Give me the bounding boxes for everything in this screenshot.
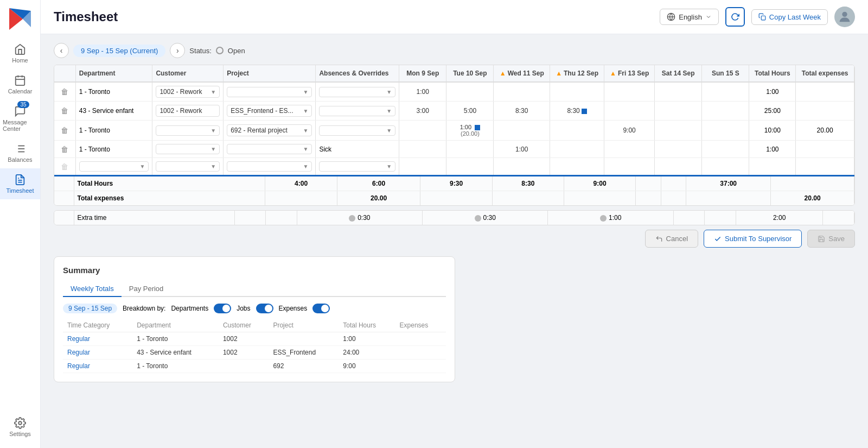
row3-delete-button[interactable]: 🗑 (61, 126, 68, 135)
copy-last-week-button[interactable]: Copy Last Week (751, 9, 828, 25)
row3-tue: 1:00 (20.00) (446, 121, 494, 141)
svg-point-15 (18, 421, 22, 425)
total-exp-fri (564, 191, 635, 206)
row4-total-hours: 1:00 (749, 141, 796, 158)
chevron-down-icon: ▼ (303, 146, 309, 152)
sidebar-item-messages[interactable]: 35 Message Center (0, 100, 40, 137)
table-row: 🗑 43 - Service enfant 1002 - Rework ESS_… (54, 102, 854, 121)
empty-delete-button[interactable]: 🗑 (61, 162, 68, 171)
row4-wed[interactable]: 1:00 (494, 141, 550, 158)
topbar-right: English Copy Last Week (660, 7, 855, 27)
row2-sat (655, 102, 702, 121)
warning-icon-wed: ▲ (500, 70, 506, 77)
row2-tue[interactable]: 5:00 (446, 102, 494, 121)
summary-col-expenses: Expenses (395, 319, 446, 332)
row3-project: 692 - Rental project▼ (224, 121, 316, 141)
current-week-label[interactable]: 9 Sep - 15 Sep (Current) (73, 45, 165, 57)
row3-absences-select[interactable]: ▼ (319, 125, 395, 136)
jobs-toggle[interactable] (256, 304, 273, 313)
breakdown-label: Breakdown by: (123, 305, 165, 312)
row2-mon[interactable]: 3:00 (399, 102, 446, 121)
row2-project-select[interactable]: ESS_Frontend - ES...▼ (227, 105, 312, 117)
filter-expenses-label: Expenses (279, 305, 308, 312)
next-week-button[interactable]: › (170, 43, 185, 58)
status-dot-icon (216, 47, 224, 54)
empty-wed (494, 158, 550, 175)
col-header-fri: ▲Fri 13 Sep (604, 65, 655, 82)
blue-square-indicator (582, 109, 587, 114)
row1-delete-button[interactable]: 🗑 (61, 87, 68, 96)
row2-thu: 8:30 (550, 102, 604, 121)
row3-customer-select[interactable]: ▼ (156, 125, 220, 136)
row2-delete-button[interactable]: 🗑 (61, 106, 68, 115)
chevron-down-icon (705, 14, 712, 20)
row1-project-select[interactable]: ▼ (227, 87, 312, 97)
row4-delete-button[interactable]: 🗑 (61, 145, 68, 154)
row3-mon (399, 121, 446, 141)
row2-customer-select[interactable]: 1002 - Rework (156, 105, 220, 117)
user-avatar[interactable] (834, 7, 855, 27)
summary-row3-hours: 9:00 (339, 359, 395, 373)
row4-project-select[interactable]: ▼ (227, 144, 312, 154)
empty-dept-select[interactable]: ▼ (79, 161, 149, 172)
row1-customer-select[interactable]: 1002 - Rework▼ (156, 86, 220, 98)
blue-square-indicator (475, 125, 480, 130)
row2-absences-select[interactable]: ▼ (319, 106, 395, 116)
empty-customer-select[interactable]: ▼ (156, 161, 220, 172)
refresh-button[interactable] (725, 7, 745, 27)
row3-fri[interactable]: 9:00 (604, 121, 655, 141)
language-label: English (679, 13, 702, 21)
save-button[interactable]: Save (807, 230, 855, 248)
summary-row1-dept: 1 - Toronto (132, 332, 219, 346)
row1-total-expenses (796, 82, 854, 102)
total-exp-thu (492, 191, 564, 206)
submit-to-supervisor-button[interactable]: Submit To Supervisor (704, 230, 802, 248)
empty-sun (702, 158, 749, 175)
language-selector[interactable]: English (660, 9, 719, 25)
extra-thu: 0:30 (423, 211, 548, 225)
calendar-icon (14, 74, 26, 86)
summary-row2-hours: 24:00 (339, 346, 395, 359)
departments-toggle[interactable] (214, 304, 231, 313)
row4-customer: ▼ (152, 141, 224, 158)
row4-customer-select[interactable]: ▼ (156, 144, 220, 154)
extra-fri: 1:00 (548, 211, 673, 225)
row1-delete-cell: 🗑 (54, 82, 75, 102)
cancel-button[interactable]: Cancel (645, 230, 698, 248)
summary-row1-project (269, 332, 339, 346)
prev-week-button[interactable]: ‹ (54, 43, 69, 58)
tab-pay-period[interactable]: Pay Period (122, 281, 171, 297)
sidebar-item-timesheet[interactable]: Timesheet (0, 168, 40, 199)
total-hours-expenses (771, 176, 854, 191)
grey-dot-icon (600, 215, 607, 222)
sidebar-item-home[interactable]: Home (0, 38, 40, 69)
row3-tue-value[interactable]: 1:00 (20.00) (450, 124, 490, 137)
svg-rect-3 (16, 77, 25, 86)
svg-point-19 (842, 12, 847, 17)
grey-dot-icon (475, 215, 481, 222)
col-header-sun: Sun 15 S (702, 65, 749, 82)
col-header-thu: ▲Thu 12 Sep (550, 65, 604, 82)
sidebar-item-settings[interactable]: Settings (0, 412, 40, 443)
sidebar-item-balances[interactable]: Balances (0, 137, 40, 168)
sidebar-item-calendar[interactable]: Calendar (0, 69, 40, 100)
content-area: ‹ 9 Sep - 15 Sep (Current) › Status: Ope… (41, 34, 868, 448)
row1-mon[interactable]: 1:00 (399, 82, 446, 102)
expenses-toggle[interactable] (312, 304, 330, 313)
row3-project-select[interactable]: 692 - Rental project▼ (227, 124, 312, 136)
row3-wed (494, 121, 550, 141)
summary-col-customer: Customer (219, 319, 269, 332)
summary-card: Summary Weekly Totals Pay Period 9 Sep -… (54, 256, 455, 382)
extra-time-row: Extra time 0:30 0:30 1:00 (54, 211, 854, 225)
total-hours-thu: 8:30 (492, 176, 564, 191)
tab-weekly-totals[interactable]: Weekly Totals (63, 281, 122, 297)
summary-row3-dept: 1 - Toronto (132, 359, 219, 373)
empty-absences-select[interactable]: ▼ (319, 161, 395, 172)
timesheet-table: Department Customer Project Absences & O… (54, 65, 854, 175)
summary-row1-hours: 1:00 (339, 332, 395, 346)
row3-customer: ▼ (152, 121, 224, 141)
empty-total-expenses (796, 158, 854, 175)
col-header-absences: Absences & Overrides (316, 65, 399, 82)
row1-absences-select[interactable]: ▼ (319, 87, 395, 97)
empty-project-select[interactable]: ▼ (227, 161, 312, 172)
